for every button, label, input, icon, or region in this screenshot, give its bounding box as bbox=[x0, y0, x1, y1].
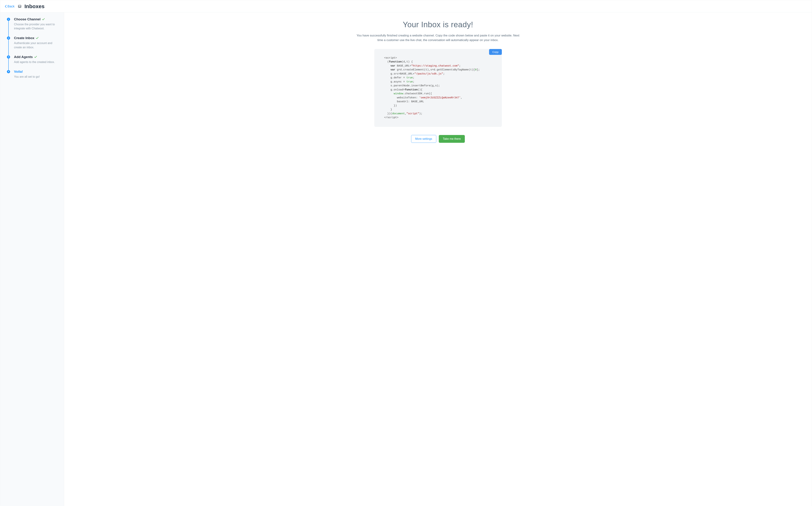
chevron-left-icon bbox=[5, 5, 7, 8]
wizard-step-number: 1 bbox=[7, 18, 10, 21]
wizard-step-header: Add Agents bbox=[14, 55, 60, 59]
take-me-there-button[interactable]: Take me there bbox=[439, 135, 465, 143]
action-row: More settings Take me there bbox=[73, 135, 803, 143]
wizard-step-desc: Add agents to the created inbox. bbox=[14, 60, 60, 64]
wizard-step-header: Voila! bbox=[14, 70, 60, 74]
wizard-step-voila: 4 Voila! You are all set to go! bbox=[7, 70, 60, 79]
wizard-steps: 1 Choose Channel Choose the provider you… bbox=[7, 17, 60, 79]
wizard-step-title: Choose Channel bbox=[14, 17, 41, 21]
wizard-step-title: Add Agents bbox=[14, 55, 33, 59]
wizard-step-header: Create Inbox bbox=[14, 36, 60, 40]
wizard-step-title: Create Inbox bbox=[14, 36, 35, 40]
copy-button[interactable]: Copy bbox=[489, 49, 502, 55]
wizard-step-connector bbox=[8, 39, 9, 55]
wizard-sidebar: 1 Choose Channel Choose the provider you… bbox=[0, 12, 64, 506]
code-snippet-card: Copy <script> (function(d,t) { var BASE_… bbox=[374, 49, 502, 127]
wizard-step-add-agents: 3 Add Agents Add agents to the created i… bbox=[7, 55, 60, 70]
wizard-step-create-inbox: 2 Create Inbox Authenticate your account… bbox=[7, 36, 60, 55]
page-root: Back Inboxes 1 Choose Channel bbox=[0, 0, 812, 506]
wizard-step-desc: Choose the provider you want to integrat… bbox=[14, 22, 60, 30]
check-icon bbox=[34, 56, 37, 58]
wizard-step-header: Choose Channel bbox=[14, 17, 60, 21]
hero-title: Your Inbox is ready! bbox=[73, 20, 803, 29]
page-title: Inboxes bbox=[24, 3, 45, 9]
hero-description: You have successfully finished creating … bbox=[356, 33, 520, 43]
wizard-step-connector bbox=[8, 58, 9, 70]
main-panel: Your Inbox is ready! You have successful… bbox=[64, 12, 812, 506]
wizard-step-number: 3 bbox=[7, 55, 10, 59]
wizard-step-title: Voila! bbox=[14, 70, 23, 74]
topbar: Back Inboxes bbox=[0, 0, 812, 12]
body: 1 Choose Channel Choose the provider you… bbox=[0, 12, 812, 506]
wizard-step-number: 4 bbox=[7, 70, 10, 73]
code-snippet: <script> (function(d,t) { var BASE_URL="… bbox=[384, 56, 495, 120]
wizard-step-desc: Authenticate your account and create an … bbox=[14, 41, 60, 49]
wizard-step-number: 2 bbox=[7, 36, 10, 39]
wizard-step-desc: You are all set to go! bbox=[14, 75, 60, 79]
back-label: Back bbox=[7, 5, 14, 8]
inbox-icon bbox=[18, 4, 22, 8]
wizard-step-connector bbox=[8, 20, 9, 36]
check-icon bbox=[36, 36, 39, 39]
more-settings-button[interactable]: More settings bbox=[411, 135, 436, 143]
check-icon bbox=[42, 18, 45, 21]
wizard-step-choose-channel: 1 Choose Channel Choose the provider you… bbox=[7, 17, 60, 36]
back-button[interactable]: Back bbox=[5, 5, 14, 8]
